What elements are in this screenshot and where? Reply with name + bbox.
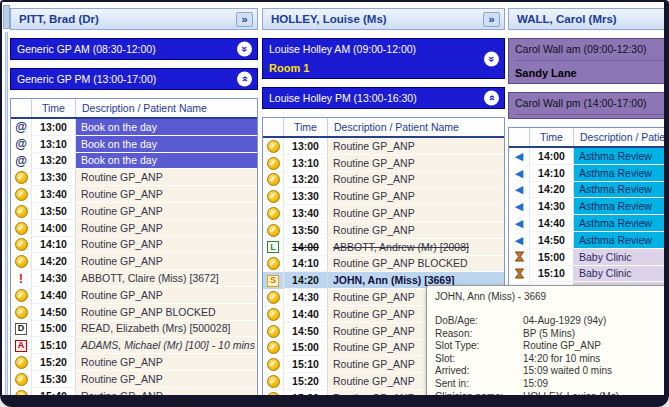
tooltip-field-label: Arrived:: [435, 365, 523, 378]
appointment-book-content: PITT, Brad (Dr)»Generic GP AM (08:30-12:…: [2, 2, 664, 395]
appointment-slot-row[interactable]: ✓13:10Routine GP_ANP: [263, 155, 504, 172]
session-header-bar[interactable]: Generic GP PM (13:00-17:00)»: [10, 68, 258, 90]
slot-status-cell: @: [11, 153, 32, 170]
slot-description: Asthma Review: [574, 232, 664, 249]
appointment-slot-row[interactable]: ◀14:00Asthma Review: [509, 148, 664, 165]
appointment-slot-row[interactable]: ✓14:40Routine GP_ANP: [11, 287, 257, 304]
session-title: Generic GP PM (13:00-17:00): [17, 72, 235, 86]
check-coin-icon: ✓: [15, 306, 28, 319]
clinician-name: WALL, Carol (Mrs): [517, 13, 664, 25]
expand-column-button[interactable]: »: [483, 12, 500, 27]
slot-time: 13:20: [32, 153, 76, 170]
appointment-slot-row[interactable]: ✓13:30Routine GP_ANP: [11, 169, 257, 186]
slot-status-cell: ✓: [11, 237, 32, 254]
tooltip-field-row: Clinician name:HOLLEY, Louise (Ms): [435, 391, 657, 395]
slot-status-cell: ✓: [11, 203, 32, 220]
clinician-header[interactable]: PITT, Brad (Dr)»: [10, 8, 258, 30]
appointment-slot-row[interactable]: ✓13:20Routine GP_ANP: [263, 172, 504, 189]
check-coin-icon: ✓: [15, 205, 28, 218]
slot-status-cell: ✓: [11, 169, 32, 186]
slot-description: Routine GP_ANP: [76, 220, 257, 237]
appointment-slot-row[interactable]: ✓13:30Routine GP_ANP: [263, 188, 504, 205]
appointment-slot-row[interactable]: ◀14:50Asthma Review: [509, 232, 664, 249]
check-coin-icon: ✓: [15, 238, 28, 251]
slot-description: Routine GP_ANP: [328, 138, 504, 155]
appointment-slot-row[interactable]: 15:10Baby Clinic: [509, 266, 664, 283]
slot-status-cell: ✓: [11, 220, 32, 237]
previous-column-border: [5, 32, 8, 395]
slot-time: 13:30: [32, 169, 76, 186]
appointment-slot-row[interactable]: 15:00Baby Clinic: [509, 249, 664, 266]
slot-description: Routine GP_ANP: [76, 186, 257, 203]
session-header-bar[interactable]: Generic GP AM (08:30-12:00)»: [10, 38, 258, 60]
expand-column-button[interactable]: »: [236, 12, 253, 27]
appointment-slot-row[interactable]: D15:00READ, Elizabeth (Mrs) [500028]: [11, 321, 257, 338]
at-icon: @: [15, 120, 27, 134]
slot-description: Asthma Review: [574, 165, 664, 182]
session-header-bar[interactable]: Louise Holley AM (09:00-12:00)Room 1»: [262, 38, 505, 79]
check-coin-icon: ✓: [267, 257, 280, 270]
appointment-slot-row[interactable]: @13:10Book on the day: [11, 136, 257, 153]
tooltip-patient-title: JOHN, Ann (Miss) - 3669: [435, 291, 657, 302]
slot-time: 15:10: [32, 337, 76, 354]
appointment-slot-row[interactable]: ✓14:10Routine GP_ANP: [11, 237, 257, 254]
appointment-slot-row[interactable]: ✓14:50Routine GP_ANP BLOCKED: [11, 304, 257, 321]
slot-description: Book on the day: [76, 153, 257, 170]
slot-time: 13:10: [284, 155, 328, 172]
appointment-slot-row[interactable]: ✓15:30Routine GP_ANP: [11, 371, 257, 388]
appointment-slot-row[interactable]: ✓13:00Routine GP_ANP: [263, 138, 504, 155]
triangle-left-icon: ◀: [515, 201, 523, 212]
expand-session-icon[interactable]: »: [237, 42, 252, 57]
appointment-slot-row[interactable]: ✓13:40Routine GP_ANP: [263, 205, 504, 222]
slot-description: Asthma Review: [574, 215, 664, 232]
appointment-slot-row[interactable]: ✓15:40Routine GP_ANP: [11, 388, 257, 395]
column-header-icon: [509, 128, 530, 146]
session-location: Room 1: [269, 61, 482, 75]
clinician-header[interactable]: WALL, Carol (Mrs): [508, 8, 664, 30]
session-header-bar[interactable]: Carol Wall am (09:00-12:30)Sandy Lane»: [508, 38, 664, 84]
appointment-slot-row[interactable]: @13:00Book on the day: [11, 119, 257, 136]
slot-description: Routine GP_ANP: [76, 203, 257, 220]
collapse-session-icon[interactable]: »: [484, 91, 499, 106]
appointment-slot-row[interactable]: A15:10ADAMS, Michael (Mr) [100] - 10 min…: [11, 337, 257, 354]
check-coin-icon: ✓: [15, 373, 28, 386]
expand-session-icon[interactable]: »: [484, 51, 499, 66]
slot-status-cell: ◀: [509, 215, 530, 232]
chevron-glyph: »: [239, 76, 250, 82]
slot-time: 14:10: [530, 165, 574, 182]
clinician-name: PITT, Brad (Dr): [19, 13, 236, 25]
appointment-slot-row[interactable]: ✓13:40Routine GP_ANP: [11, 186, 257, 203]
session-header-bar[interactable]: Carol Wall pm (14:00-17:00)»: [508, 92, 664, 119]
appointment-slot-row[interactable]: ◀14:20Asthma Review: [509, 182, 664, 199]
check-coin-icon: ✓: [15, 222, 28, 235]
check-coin-icon: ✓: [267, 358, 280, 371]
session-title: Generic GP AM (08:30-12:00): [17, 42, 235, 56]
chevron-glyph: »: [486, 55, 497, 61]
tooltip-field-label: DoB/Age:: [435, 315, 523, 328]
slot-status-cell: ✓: [263, 323, 284, 340]
appointment-slot-row[interactable]: !14:30ABBOTT, Claire (Miss) [3672]: [11, 270, 257, 287]
at-icon: @: [15, 137, 27, 151]
slot-status-cell: ✓: [263, 205, 284, 222]
slot-description: Routine GP_ANP: [328, 155, 504, 172]
appointment-slot-row[interactable]: ✓14:10Routine GP_ANP BLOCKED: [263, 256, 504, 273]
appointment-slot-row[interactable]: ✓14:00Routine GP_ANP: [11, 220, 257, 237]
appointment-slot-row[interactable]: L14:00ABBOTT, Andrew (Mr) [2008]: [263, 239, 504, 256]
appointment-slot-row[interactable]: ◀14:40Asthma Review: [509, 215, 664, 232]
appointment-slot-row[interactable]: @13:20Book on the day: [11, 153, 257, 170]
slot-description: Routine GP_ANP: [76, 388, 257, 395]
slot-description: Routine GP_ANP: [76, 354, 257, 371]
appointment-slot-row[interactable]: ✓13:50Routine GP_ANP: [11, 203, 257, 220]
appointment-slot-row[interactable]: ✓14:20Routine GP_ANP: [11, 253, 257, 270]
slot-status-cell: A: [11, 337, 32, 354]
appointment-slot-row[interactable]: ◀14:10Asthma Review: [509, 165, 664, 182]
column-header-icon: [263, 118, 284, 136]
appointment-slot-row[interactable]: ✓15:20Routine GP_ANP: [11, 354, 257, 371]
session-header-bar[interactable]: Louise Holley PM (13:00-16:30)»: [262, 87, 505, 109]
slot-time: 14:20: [284, 272, 328, 289]
clinician-header[interactable]: HOLLEY, Louise (Ms)»: [262, 8, 505, 30]
appointment-slot-row[interactable]: ✓13:50Routine GP_ANP: [263, 222, 504, 239]
collapse-session-icon[interactable]: »: [237, 72, 252, 87]
slot-time: 13:00: [284, 138, 328, 155]
appointment-slot-row[interactable]: ◀14:30Asthma Review: [509, 198, 664, 215]
